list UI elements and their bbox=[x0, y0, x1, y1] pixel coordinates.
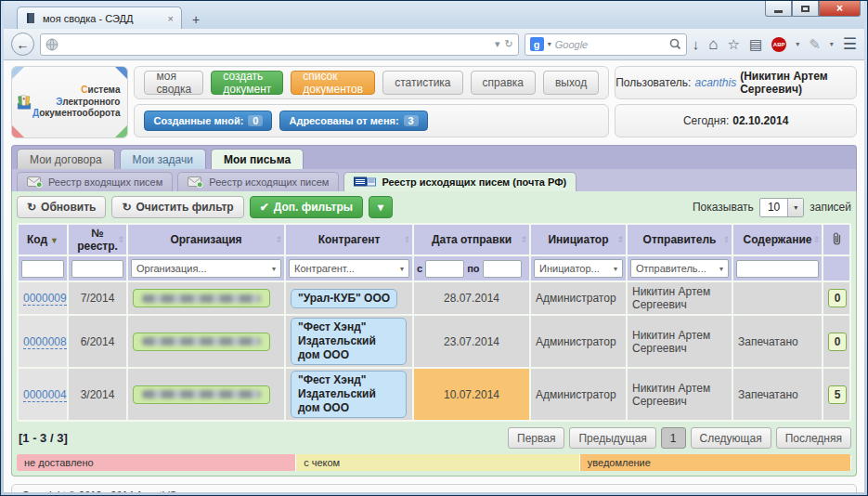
send-date-cell-highlighted: 10.07.2014 bbox=[414, 369, 529, 420]
addon-dropdown-icon[interactable]: ▾ bbox=[830, 40, 834, 48]
subtab-outgoing-letters-post[interactable]: Реестр исходящих писем (почта РФ) bbox=[343, 172, 577, 191]
counterparty-filter-select[interactable]: Контрагент...▾ bbox=[289, 259, 409, 278]
page-size-select[interactable]: 10 ▾ bbox=[759, 198, 804, 217]
pagination: Первая Предыдущая 1 Следующая Последняя bbox=[508, 427, 851, 449]
addressed-from-me-count: 3 bbox=[404, 115, 419, 126]
initiator-filter-select[interactable]: Инициатор...▾ bbox=[534, 259, 623, 278]
menu-help-button[interactable]: справка bbox=[471, 71, 536, 95]
sub-tab-bar: Реестр входящих писем Реестр исходящих п… bbox=[11, 169, 857, 191]
letter-code-link[interactable]: 0000008 bbox=[23, 335, 67, 349]
user-login-link[interactable]: acanthis bbox=[694, 76, 736, 89]
adblock-dropdown-icon[interactable]: ▾ bbox=[796, 40, 799, 48]
close-button[interactable]: × bbox=[819, 1, 861, 17]
today-label: Сегодня: bbox=[683, 114, 729, 127]
advanced-filters-button[interactable]: ✔ Доп. фильтры bbox=[250, 196, 363, 218]
download-icon[interactable]: ↓ bbox=[693, 37, 700, 51]
refresh-button[interactable]: ↻ Обновить bbox=[17, 196, 106, 218]
refresh-icon: ↻ bbox=[122, 201, 131, 214]
pagination-first-button[interactable]: Первая bbox=[508, 427, 564, 449]
minimize-button[interactable] bbox=[765, 1, 792, 17]
addressed-from-me-badge[interactable]: Адресованы от меня: 3 bbox=[279, 111, 427, 131]
pagination-last-button[interactable]: Последняя bbox=[776, 427, 851, 449]
tab-my-tasks[interactable]: Мои задачи bbox=[120, 149, 206, 169]
advanced-filters-dropdown-button[interactable]: ▾ bbox=[369, 196, 393, 218]
col-header-organization[interactable]: Организация⇕ bbox=[128, 225, 284, 255]
back-button[interactable]: ← bbox=[11, 33, 34, 56]
bookmark-star-icon[interactable]: ☆ bbox=[728, 37, 740, 51]
col-header-code[interactable]: Код▼ bbox=[19, 225, 67, 255]
col-header-content[interactable]: Содержание⇕ bbox=[733, 225, 822, 255]
search-placeholder: Google bbox=[555, 39, 666, 50]
adblock-icon[interactable]: ABP bbox=[771, 37, 786, 52]
app-page: Система Электронного Документооборота мо… bbox=[4, 60, 864, 492]
search-icon[interactable] bbox=[669, 38, 681, 50]
pagination-current-page[interactable]: 1 bbox=[661, 427, 686, 449]
menu-my-summary-button[interactable]: моя сводка bbox=[144, 71, 203, 95]
maximize-button[interactable] bbox=[792, 1, 819, 17]
counterparty-badge[interactable]: "Фест Хэнд" Издательский дом ООО bbox=[291, 371, 407, 418]
sort-icon: ⇕ bbox=[117, 235, 124, 244]
date-to-label: по bbox=[467, 263, 479, 274]
subtab-incoming-letters[interactable]: Реестр входящих писем bbox=[17, 172, 173, 191]
col-header-counterparty[interactable]: Контрагент⇕ bbox=[286, 225, 412, 255]
date-from-input[interactable] bbox=[425, 260, 464, 278]
register-toolbar: ↻ Обновить ↻ Очистить фильтр ✔ Доп. филь… bbox=[17, 196, 851, 218]
sort-icon: ⇕ bbox=[616, 235, 624, 244]
col-header-reg-number[interactable]: № реестр.⇕ bbox=[69, 225, 126, 255]
app-logo: Система Электронного Документооборота bbox=[11, 66, 128, 138]
menu-icon[interactable]: ☰ bbox=[843, 36, 857, 52]
subtab-outgoing-letters[interactable]: Реестр исходящих писем bbox=[177, 172, 339, 191]
sort-icon: ⇕ bbox=[403, 235, 410, 244]
col-header-attachments bbox=[823, 225, 849, 255]
sender-filter-select[interactable]: Отправитель...▾ bbox=[630, 259, 729, 278]
status-legend: не доставлено с чеком уведомление bbox=[17, 454, 851, 471]
browser-tab[interactable]: моя сводка - СЭДД × bbox=[17, 7, 182, 29]
addon-icon[interactable]: ✎ bbox=[809, 37, 821, 51]
pagination-next-button[interactable]: Следующая bbox=[691, 427, 771, 449]
date-to-input[interactable] bbox=[483, 260, 522, 278]
home-icon[interactable]: ⌂ bbox=[708, 36, 718, 52]
clear-filter-button[interactable]: ↻ Очистить фильтр bbox=[111, 196, 243, 218]
search-box[interactable]: g ▾ Google bbox=[525, 33, 687, 56]
pagination-prev-button[interactable]: Предыдущая bbox=[569, 427, 655, 449]
urlbar-dropdown-icon[interactable]: ▾ bbox=[495, 38, 500, 50]
chevron-down-icon: ▾ bbox=[400, 265, 404, 273]
organization-filter-select[interactable]: Организация...▾ bbox=[131, 259, 281, 278]
today-date: 02.10.2014 bbox=[732, 114, 788, 127]
menu-statistics-button[interactable]: статистика bbox=[382, 71, 462, 95]
tab-my-contracts[interactable]: Мои договора bbox=[17, 149, 115, 169]
col-header-send-date[interactable]: Дата отправки⇕ bbox=[414, 225, 529, 255]
user-panel: Пользователь: acanthis (Никитин Артем Се… bbox=[615, 66, 857, 99]
tab-close-icon[interactable]: × bbox=[168, 13, 174, 24]
table-row: 0000009 7/2014 "Урал-КУБ" ООО 28.07.2014… bbox=[19, 282, 849, 314]
maximize-icon bbox=[801, 6, 810, 12]
legend-not-delivered: не доставлено bbox=[17, 454, 296, 471]
col-header-sender[interactable]: Отправитель⇕ bbox=[628, 225, 732, 255]
counterparty-badge[interactable]: "Фест Хэнд" Издательский дом ООО bbox=[291, 318, 407, 365]
bookmarks-panel-icon[interactable]: ▤ bbox=[749, 37, 762, 51]
reload-icon[interactable]: ↻ bbox=[505, 38, 513, 50]
sort-icon: ⇕ bbox=[520, 235, 527, 244]
menu-create-document-button[interactable]: создать документ bbox=[211, 71, 283, 95]
col-header-initiator[interactable]: Инициатор⇕ bbox=[531, 225, 626, 255]
menu-document-list-button[interactable]: список документов bbox=[291, 71, 375, 95]
tab-my-letters[interactable]: Мои письма bbox=[211, 149, 304, 169]
created-by-me-badge[interactable]: Созданные мной: 0 bbox=[144, 111, 272, 131]
counterparty-badge[interactable]: "Урал-КУБ" ООО bbox=[291, 289, 397, 308]
letter-code-link[interactable]: 0000009 bbox=[23, 292, 67, 306]
send-date-cell: 28.07.2014 bbox=[414, 282, 529, 314]
books-logo-icon bbox=[16, 82, 32, 123]
menu-exit-button[interactable]: выход bbox=[543, 71, 599, 95]
initiator-cell: Администратор bbox=[531, 369, 626, 420]
search-engine-dropdown-icon[interactable]: ▾ bbox=[548, 40, 551, 48]
initiator-cell: Администратор bbox=[531, 316, 626, 367]
reg-number-filter-input[interactable] bbox=[71, 260, 123, 278]
search-engine-icon[interactable]: g bbox=[530, 37, 544, 51]
title-bar: моя сводка - СЭДД × + × bbox=[4, 1, 864, 29]
chevron-down-icon: ▾ bbox=[378, 201, 383, 214]
letter-code-link[interactable]: 0000004 bbox=[23, 388, 67, 402]
url-bar[interactable]: ▾ ↻ bbox=[40, 33, 519, 56]
code-filter-input[interactable] bbox=[21, 260, 64, 278]
content-filter-input[interactable] bbox=[736, 260, 819, 278]
new-tab-button[interactable]: + bbox=[184, 10, 208, 29]
